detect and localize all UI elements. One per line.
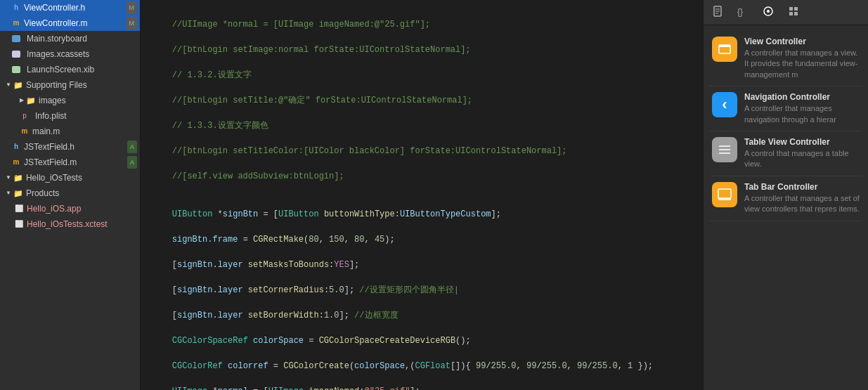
svg-rect-10: [794, 7, 798, 11]
tab-bar-controller-icon: [712, 182, 737, 207]
added-badge: A: [127, 156, 137, 169]
sidebar-item-launchscreen-xib[interactable]: LaunchScreen.xib: [0, 62, 140, 77]
tab-bar-controller-text: Tab Bar Controller A controller that man…: [744, 182, 860, 215]
folder-icon: 📁: [26, 96, 36, 105]
file-inspector-icon[interactable]: [709, 4, 726, 20]
sidebar-item-hello-ios-app[interactable]: ⬜ Hello_iOS.app: [0, 201, 140, 216]
file-navigator: h ViewController.h M m ViewController.m …: [0, 0, 141, 390]
svg-rect-18: [718, 189, 731, 198]
sidebar-item-label: LaunchScreen.xib: [27, 63, 94, 76]
plist-icon: p: [20, 111, 30, 121]
svg-rect-19: [718, 198, 731, 200]
sidebar-item-label: ViewController.m: [24, 17, 87, 30]
sidebar-item-viewcontroller-m[interactable]: m ViewController.m M: [0, 15, 140, 31]
object-library-icon[interactable]: [760, 4, 777, 20]
table-view-controller-text: Table View Controller A control that man…: [744, 137, 860, 170]
svg-rect-14: [719, 45, 730, 47]
code-content: //UIImage *normal = [UIImage imageNamed:…: [141, 0, 703, 390]
right-toolbar: {}: [704, 0, 868, 25]
table-view-controller-icon: [712, 137, 737, 162]
view-controller-icon: [712, 37, 737, 62]
table-view-controller-desc: A control that manages a table view.: [744, 148, 860, 170]
svg-rect-9: [789, 7, 793, 11]
sidebar-item-supporting-files[interactable]: ▼ 📁 Supporting Files: [0, 77, 140, 93]
library-item-tab-bar-controller[interactable]: Tab Bar Controller A controller that man…: [709, 176, 862, 221]
sidebar-item-label: JSTextField.h: [24, 141, 75, 153]
sidebar-item-images[interactable]: ▶ 📁 images: [0, 93, 140, 108]
media-library-icon[interactable]: [785, 4, 802, 20]
sidebar-item-jstextfield-m[interactable]: m JSTextField.m A: [0, 155, 140, 170]
sidebar-item-label: Info.plist: [35, 110, 67, 122]
added-badge: A: [127, 141, 137, 153]
triangle-icon: ▶: [20, 94, 24, 107]
library-item-table-view-controller[interactable]: Table View Controller A control that man…: [709, 131, 862, 176]
sidebar-item-label: Main.storyboard: [27, 32, 87, 45]
navigation-controller-icon: ‹: [712, 92, 737, 117]
sidebar-item-label: Images.xcassets: [27, 48, 89, 60]
svg-point-8: [767, 10, 770, 13]
sidebar-item-label: Hello_iOsTests.xctest: [27, 218, 108, 230]
sidebar-item-label: JSTextField.m: [24, 156, 77, 169]
modified-badge: M: [127, 1, 138, 14]
m-file-icon: m: [11, 157, 21, 167]
library-item-view-controller[interactable]: View Controller A controller that manage…: [709, 31, 862, 86]
sidebar-item-main-storyboard[interactable]: Main.storyboard: [0, 31, 140, 46]
sidebar-item-hello-iostests-xctest[interactable]: ⬜ Hello_iOsTests.xctest: [0, 216, 140, 232]
svg-rect-11: [789, 12, 793, 15]
xib-icon: [11, 65, 21, 74]
modified-badge: M: [127, 17, 138, 30]
code-editor[interactable]: //UIImage *normal = [UIImage imageNamed:…: [141, 0, 703, 390]
sidebar-item-label: main.m: [32, 125, 60, 138]
folder-icon: 📁: [13, 80, 23, 90]
code-inspector-icon[interactable]: {}: [734, 4, 751, 20]
sidebar-item-label: Products: [26, 187, 59, 200]
sidebar-item-jstextfield-h[interactable]: h JSTextField.h A: [0, 139, 140, 155]
sidebar-item-main-m[interactable]: m main.m: [0, 124, 140, 139]
sidebar-item-images-xcassets[interactable]: Images.xcassets: [0, 46, 140, 62]
view-controller-text: View Controller A controller that manage…: [744, 37, 860, 80]
triangle-icon: ▼: [6, 79, 11, 91]
h-file-icon: h: [11, 142, 21, 152]
folder-icon: 📁: [13, 188, 23, 198]
navigation-controller-text: Navigation Controller A controller that …: [744, 92, 860, 125]
xcassets-icon: [11, 49, 21, 59]
m-file-icon: m: [20, 126, 30, 136]
sidebar-item-viewcontroller-h[interactable]: h ViewController.h M: [0, 0, 140, 15]
navigation-controller-desc: A controller that manages navigation thr…: [744, 103, 860, 125]
svg-text:{}: {}: [737, 7, 743, 17]
h-file-icon: h: [11, 3, 21, 13]
svg-rect-12: [794, 12, 798, 15]
storyboard-icon: [11, 34, 21, 44]
sidebar-item-hello-iostests[interactable]: ▼ 📁 Hello_iOsTests: [0, 170, 140, 186]
xctest-icon: ⬜: [14, 219, 24, 229]
view-controller-desc: A controller that manages a view. It pro…: [744, 48, 860, 80]
library-list: View Controller A controller that manage…: [704, 25, 868, 390]
folder-icon: 📁: [13, 173, 23, 183]
sidebar-item-label: Supporting Files: [26, 79, 87, 91]
right-panel: {} View Controller A controller that man…: [703, 0, 868, 390]
sidebar-item-info-plist[interactable]: p Info.plist: [0, 108, 140, 124]
sidebar-item-label: Hello_iOsTests: [26, 171, 82, 184]
navigation-controller-title: Navigation Controller: [744, 92, 860, 102]
library-item-navigation-controller[interactable]: ‹ Navigation Controller A controller tha…: [709, 86, 862, 131]
app-icon: ⬜: [14, 204, 24, 214]
sidebar-item-label: images: [39, 94, 66, 107]
view-controller-title: View Controller: [744, 37, 860, 46]
tab-bar-controller-title: Tab Bar Controller: [744, 182, 860, 192]
table-view-controller-title: Table View Controller: [744, 137, 860, 147]
triangle-icon: ▼: [6, 171, 11, 184]
triangle-icon: ▼: [6, 187, 11, 200]
sidebar-item-label: ViewController.h: [24, 1, 85, 14]
m-file-icon: m: [11, 18, 21, 28]
tab-bar-controller-desc: A controller that manages a set of view …: [744, 193, 860, 215]
sidebar-item-label: Hello_iOS.app: [27, 202, 81, 215]
sidebar-item-products[interactable]: ▼ 📁 Products: [0, 186, 140, 201]
